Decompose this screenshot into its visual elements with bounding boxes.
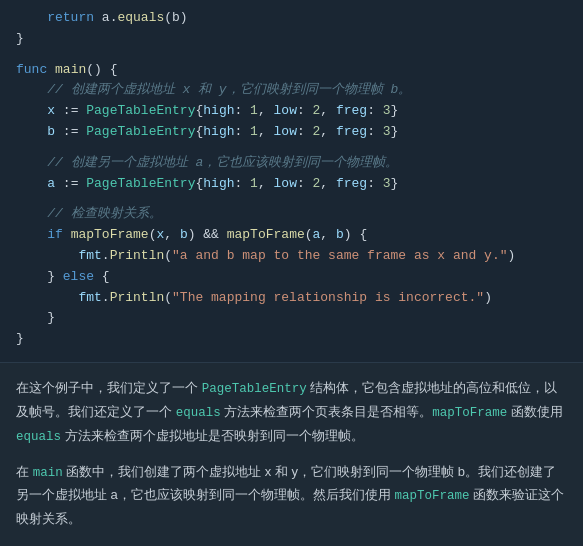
inline-code-6: mapToFrame — [394, 489, 469, 503]
inline-code-3: mapToFrame — [432, 406, 507, 420]
code-line-close-brace: } — [16, 29, 567, 50]
code-line-comment-1: // 创建两个虚拟地址 x 和 y，它们映射到同一个物理帧 b。 — [16, 80, 567, 101]
code-line-func-main: func main() { — [16, 60, 567, 81]
code-line-comment-3: // 检查映射关系。 — [16, 204, 567, 225]
inline-code-4: equals — [16, 430, 61, 444]
code-line-b-decl: b := PageTableEntry{high: 1, low: 2, fre… — [16, 122, 567, 143]
inline-code-5: main — [33, 466, 63, 480]
code-line-comment-2: // 创建另一个虚拟地址 a，它也应该映射到同一个物理帧。 — [16, 153, 567, 174]
code-line-a-decl: a := PageTableEntry{high: 1, low: 2, fre… — [16, 174, 567, 195]
code-line-if-close: } — [16, 308, 567, 329]
code-line-empty-2 — [16, 143, 567, 153]
code-line-print-false: fmt.Println("The mapping relationship is… — [16, 288, 567, 309]
inline-code-2: equals — [176, 406, 221, 420]
code-line-main-close: } — [16, 329, 567, 350]
code-line-print-true: fmt.Println("a and b map to the same fra… — [16, 246, 567, 267]
code-line-else: } else { — [16, 267, 567, 288]
main-container: return a.equals(b) } func main() { // 创建… — [0, 0, 583, 546]
prose-paragraph-1: 在这个例子中，我们定义了一个 PageTableEntry 结构体，它包含虚拟地… — [16, 377, 567, 449]
code-line-x-decl: x := PageTableEntry{high: 1, low: 2, fre… — [16, 101, 567, 122]
prose-paragraph-2: 在 main 函数中，我们创建了两个虚拟地址 x 和 y，它们映射到同一个物理帧… — [16, 461, 567, 532]
code-line-if: if mapToFrame(x, b) && mapToFrame(a, b) … — [16, 225, 567, 246]
code-line-return: return a.equals(b) — [16, 8, 567, 29]
inline-code-1: PageTableEntry — [202, 382, 307, 396]
prose-section: 在这个例子中，我们定义了一个 PageTableEntry 结构体，它包含虚拟地… — [0, 363, 583, 546]
code-block: return a.equals(b) } func main() { // 创建… — [0, 0, 583, 363]
code-line-empty-1 — [16, 50, 567, 60]
code-line-empty-3 — [16, 194, 567, 204]
